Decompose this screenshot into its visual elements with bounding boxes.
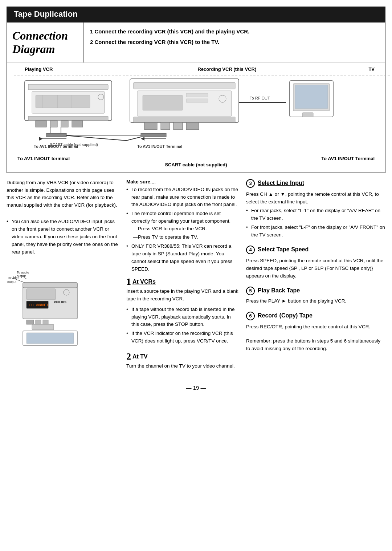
cd-title-area: Connection Diagram [7, 23, 83, 62]
svg-text:SCART cable (not supplied): SCART cable (not supplied) [50, 143, 98, 147]
section4-title: Select Tape Speed [258, 246, 309, 253]
svg-rect-22 [186, 93, 208, 97]
vcr-illustration: To video output To audio output ••• 8888… [7, 263, 79, 346]
svg-rect-23 [186, 99, 208, 102]
svg-rect-1 [28, 84, 108, 90]
section2-title: At TV [132, 353, 148, 360]
page-number: — 19 — [0, 385, 392, 391]
section3-bullets: For rear jacks, select "L-1" on the disp… [246, 207, 385, 239]
svg-text:To RF OUT: To RF OUT [250, 96, 270, 100]
diagram-area: Playing VCR Recording VCR (this VCR) TV [7, 63, 385, 173]
svg-line-16 [61, 135, 126, 141]
section3-bullet-1: For rear jacks, select "L-1" on the disp… [246, 207, 385, 222]
make-sure-list: To record from the AUDIO/VIDEO IN jacks … [126, 186, 239, 273]
section4-heading-row: 4 Select Tape Speed [246, 246, 385, 255]
section-at-tv: 2 At TV Turn the channel on the TV to yo… [126, 351, 239, 370]
svg-rect-26 [144, 122, 157, 130]
svg-rect-21 [143, 95, 183, 110]
section3-bullet-2: For front jacks, select "L-F" on the dis… [246, 224, 385, 239]
av1-terminal-left: To AV1 IN/OUT terminal [17, 156, 70, 161]
svg-rect-53 [23, 283, 77, 319]
svg-rect-9 [36, 121, 46, 127]
at-vcrs-heading: 1 At VCRs [126, 276, 239, 285]
section2-number: 2 [126, 352, 131, 361]
svg-rect-37 [295, 85, 328, 109]
recording-vcr-label: Recording VCR (this VCR) [197, 66, 256, 72]
left-para1: Dubbing from any VHS VCR (or video camer… [7, 179, 119, 210]
at-tv-heading: 2 At TV [126, 351, 239, 360]
sub-bullet-vcr: Press VCR to operate the VCR. [131, 225, 239, 233]
section3-number: 3 [246, 179, 255, 188]
main-content: Dubbing from any VHS VCR (or video camer… [7, 179, 385, 376]
section6-title: Record (Copy) Tape [258, 312, 313, 319]
svg-rect-29 [186, 122, 199, 130]
section-select-tape-speed: 4 Select Tape Speed Press SPEED, pointin… [246, 246, 385, 280]
section1-bullet-1: If a tape without the record tab is inse… [126, 306, 239, 329]
section-at-vcrs: 1 At VCRs Insert a source tape in the pl… [126, 276, 239, 345]
section1-title: At VCRs [132, 279, 156, 285]
svg-rect-38 [302, 113, 313, 117]
cd-title: Connection Diagram [12, 29, 78, 56]
section1-bullet-2: If the VCR indicator on the recording VC… [126, 330, 239, 345]
section5-title: Play Back Tape [258, 287, 300, 294]
svg-text:output: output [7, 280, 17, 284]
section-play-back-tape: 5 Play Back Tape Press the PLAY ► button… [246, 287, 385, 305]
section6-text: Press REC/OTR, pointing the remote contr… [246, 323, 385, 331]
middle-column: Make sure.... To record from the AUDIO/V… [126, 179, 239, 376]
remember-text: Remember: press the buttons in steps 5 a… [246, 337, 385, 353]
section1-text: Insert a source tape in the playing VCR … [126, 288, 239, 303]
left-bullet-list: You can also use the AUDIO/VIDEO input j… [7, 218, 119, 256]
svg-rect-60 [26, 320, 34, 324]
svg-text:To AV1 IN/OUT Terminal: To AV1 IN/OUT Terminal [137, 144, 182, 149]
cd-top-row: Connection Diagram 1 Connect the recordi… [7, 23, 385, 63]
svg-rect-63 [32, 324, 54, 330]
section6-number: 6 [246, 312, 255, 320]
make-sure-bullet-2: The remote control operation mode is set… [126, 210, 239, 241]
tv-label: TV [368, 66, 375, 72]
section3-heading-row: 3 Select Line Input [246, 179, 385, 189]
svg-marker-17 [46, 133, 66, 137]
section5-number: 5 [246, 287, 255, 295]
svg-rect-25 [134, 117, 235, 122]
section4-text: Press SPEED, pointing the remote control… [246, 257, 385, 280]
scart-label: SCART cable (not supplied) [165, 162, 227, 167]
section5-text: Press the PLAY ► button on the playing V… [246, 297, 385, 305]
svg-rect-61 [36, 320, 41, 324]
svg-rect-11 [61, 121, 68, 127]
section1-number: 1 [126, 277, 131, 287]
svg-rect-12 [72, 121, 83, 127]
svg-line-32 [126, 137, 141, 141]
svg-rect-19 [134, 82, 235, 89]
section4-number: 4 [246, 246, 255, 254]
av1-terminal-right: To AV1 IN/OUT Terminal [321, 156, 375, 161]
page-header: Tape Duplication [7, 7, 385, 22]
diagram-labels: Playing VCR Recording VCR (this VCR) TV [14, 66, 378, 72]
svg-rect-27 [161, 122, 170, 130]
section3-title: Select Line Input [258, 180, 304, 186]
header-title: Tape Duplication [14, 9, 78, 19]
left-column: Dubbing from any VHS VCR (or video camer… [7, 179, 119, 376]
svg-rect-10 [50, 121, 57, 127]
svg-rect-65 [26, 333, 74, 344]
svg-rect-55 [26, 289, 56, 300]
svg-marker-30 [141, 133, 166, 137]
svg-text:output: output [17, 274, 26, 278]
section-record-copy-tape: 6 Record (Copy) Tape Press REC/OTR, poin… [246, 312, 385, 331]
svg-rect-54 [23, 283, 77, 288]
section6-heading-row: 6 Record (Copy) Tape [246, 312, 385, 321]
section2-text: Turn the channel on the TV to your video… [126, 362, 239, 370]
svg-text:••• 8888E3: ••• 8888E3 [28, 303, 48, 307]
diagram-svg: To RF OUT To AV1 IN/OUT terminal To AV1 … [14, 73, 391, 153]
playing-vcr-label: Playing VCR [25, 66, 53, 72]
left-bullet-1: You can also use the AUDIO/VIDEO input j… [7, 218, 119, 256]
section3-text: Press CH ▲ or ▼, pointing the remote con… [246, 191, 385, 206]
sub-bullet-tv: Press TV to operate the TV. [131, 234, 239, 241]
cd-instructions: 1 Connect the recording VCR (this VCR) a… [83, 23, 385, 62]
cd-instruction-2: 2 Connect the recording VCR (this VCR) t… [90, 38, 378, 46]
svg-text:To audio: To audio [17, 271, 29, 274]
svg-rect-28 [173, 122, 183, 130]
make-sure-bullet-3: ONLY FOR VR388/55: This VCR can record a… [126, 243, 239, 273]
make-sure-heading: Make sure.... [126, 179, 239, 185]
svg-rect-4 [36, 95, 90, 108]
section-select-line-input: 3 Select Line Input Press CH ▲ or ▼, poi… [246, 179, 385, 239]
